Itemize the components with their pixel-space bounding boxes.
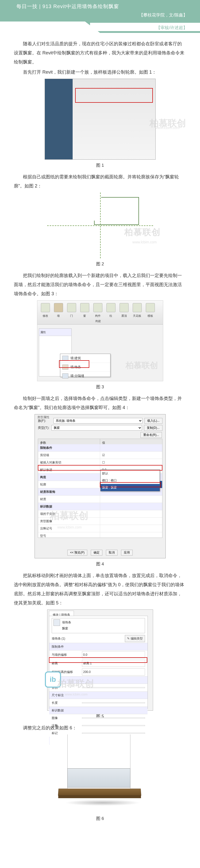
param-name: 与墙的偏移 [52, 652, 79, 658]
copy-button[interactable]: 复制(D)... [144, 425, 162, 431]
ribbon-window[interactable]: 窗 [79, 303, 91, 318]
instance-count: 墙饰条 (1) [52, 636, 79, 642]
figure-caption: 图 2 [14, 260, 186, 269]
ribbon-door[interactable]: 门 [66, 303, 78, 318]
ribbon-ceiling[interactable]: 天花板 [131, 303, 143, 318]
ribbon-modify[interactable]: 修改 [39, 303, 51, 318]
section-structure: 构造 [38, 474, 101, 481]
component-icon [93, 303, 103, 312]
watermark-text: 柏慕联创 [126, 357, 158, 373]
revit-new-family-dialog [45, 79, 156, 160]
watermark-url: www.lcbim.com [155, 124, 179, 131]
figure-3: 修改 墙 门 窗 构件 柱 屋顶 天花板 楼板 构建 属性 墙:建筑 墙:饰条 … [14, 300, 186, 381]
ribbon-floor[interactable]: 楼板 [144, 303, 156, 318]
ribbon-component[interactable]: 构件 [92, 303, 104, 318]
param-name: 型号 [38, 532, 101, 538]
ribbon-column[interactable]: 柱 [105, 303, 117, 318]
section-identity: 标识数据 [49, 707, 148, 714]
window-icon [80, 303, 89, 312]
ribbon-label: 构件 [95, 314, 101, 317]
param-name: 长度 [52, 700, 79, 706]
ribbon-label: 窗 [83, 314, 86, 317]
wall-reveal-icon [62, 373, 68, 378]
dropdown-option[interactable]: 默认 [101, 470, 160, 477]
dialog-footer: << 预览(P) 确定 取消 应用 [35, 550, 165, 556]
bay-window-sill-face [58, 795, 141, 798]
section-constraints: 限制条件 [38, 444, 101, 451]
highlight-box [59, 360, 89, 368]
article-header: 每日一技 | 913 Revit中运用墙饰条绘制飘窗 【攀枝花学院，文/陈鑫】 … [0, 0, 200, 33]
watermark-text: 柏慕联创 [124, 223, 161, 241]
param-value[interactable] [82, 717, 145, 718]
ribbon-roof[interactable]: 屋顶 [118, 303, 130, 318]
section-constraints: 限制条件 [49, 643, 148, 650]
article-body: 随着人们对生活品质的提升，现在的住宅小区的装修过程都会在卧室或者客厅的设置飘窗。… [0, 33, 200, 836]
preview-button[interactable]: << 预览(P) [67, 550, 87, 556]
param-name: 注释 [52, 722, 79, 728]
paragraph: 把鼠标移动到刚才画好的墙体上面，单击放置墙饰条，放置完成后，取消命令，选中刚刚放… [14, 571, 186, 608]
dropdown-item[interactable]: 墙:分隔缝 [60, 372, 110, 380]
type-selector[interactable]: 墙饰条 飘窗 [52, 618, 145, 633]
dropdown-label: 墙:分隔缝 [70, 373, 84, 379]
watermark-url: www.lcbim.com [65, 691, 88, 698]
apply-button[interactable]: 应用 [121, 550, 133, 556]
paragraph: 绘制好一面墙之后，选择墙饰条命令，点击编辑类型，新建一个墙饰条类型，并命名为“飘… [14, 394, 186, 412]
param-name: 剪切墙 [38, 452, 101, 459]
param-value[interactable] [100, 496, 162, 503]
revit-ribbon-screenshot: 修改 墙 门 窗 构件 柱 屋顶 天花板 楼板 构建 属性 墙:建筑 墙:饰条 … [37, 300, 163, 381]
watermark-text: 柏慕联创 [50, 506, 88, 525]
type-properties-dialog: 类型属性 族(F): 系统族: 墙饰条 载入(L)... 类型(T): 飘窗 复… [35, 414, 166, 558]
wall-icon [54, 303, 63, 312]
ribbon-group-label: 构建 [95, 318, 101, 324]
roof-icon [120, 303, 129, 312]
param-value[interactable] [82, 733, 145, 734]
watermark-url: www.lcbim.com [132, 239, 157, 246]
cancel-button[interactable]: 取消 [106, 550, 118, 556]
ribbon-label: 墙 [57, 314, 60, 317]
figure-2: 柏慕联创 www.lcbim.com [14, 192, 186, 258]
ribbon-label: 屋顶 [121, 314, 127, 317]
highlight-box [100, 482, 161, 487]
param-name: 材质 [38, 496, 101, 503]
ribbon-wall[interactable]: 墙 [52, 303, 65, 318]
paragraph: 首先打开 Revit，我们新建一个族，族样板选择公制轮廓。如图 1： [14, 67, 186, 76]
param-value[interactable]: ☑ [100, 452, 162, 459]
figure-caption: 图 4 [14, 560, 186, 568]
ribbon-label: 天花板 [133, 314, 141, 317]
edit-type-button[interactable]: ✎ 编辑类型 [125, 635, 145, 642]
type-label: 类型(T): [38, 425, 49, 431]
article-title: 每日一技 | 913 Revit中运用墙饰条绘制飘窗 [16, 3, 119, 10]
ok-button[interactable]: 确定 [91, 550, 103, 556]
figure-4: 类型属性 族(F): 系统族: 墙饰条 载入(L)... 类型(T): 飘窗 复… [14, 414, 186, 558]
bay-window-result [50, 735, 151, 813]
load-button[interactable]: 载入(L)... [145, 418, 162, 424]
figure-caption: 图 1 [14, 161, 186, 170]
family-label: 族(F): [38, 417, 51, 424]
properties-header: 属性 [39, 329, 71, 336]
paragraph: 根据自己或图纸的需要来绘制我们飘窗的截面轮廓。并将轮廓族保存为“飘窗轮廓”。如图… [14, 172, 186, 190]
ribbon-bar: 修改 墙 门 窗 构件 柱 屋顶 天花板 楼板 构建 [37, 301, 163, 324]
profile-sketch: 柏慕联创 www.lcbim.com [47, 192, 153, 258]
figure-caption: 图 3 [14, 383, 186, 391]
family-name: 墙饰条 [62, 619, 71, 625]
rename-button[interactable]: 重命名(R)... [141, 432, 162, 438]
figure-1: 柏慕联创 www.lcbim.com [14, 79, 186, 160]
profile-dropdown: 默认 檐口 : 檐口 飘窗 : 飘窗 [101, 469, 160, 491]
param-value[interactable] [82, 725, 145, 726]
wall-sweep-icon [53, 619, 60, 626]
type-select[interactable]: 飘窗 [51, 425, 142, 431]
bay-window-profile [101, 197, 139, 225]
family-select[interactable]: 系统族: 墙饰条 [53, 418, 143, 424]
article-byline: 【攀枝花学院，文/陈鑫】 [139, 12, 187, 18]
type-name: 飘窗 [62, 625, 71, 631]
edit-icon: ✎ [127, 636, 130, 642]
door-icon [67, 303, 76, 312]
ribbon-label: 修改 [43, 314, 48, 317]
column-icon [107, 303, 116, 312]
param-value[interactable] [82, 702, 145, 703]
modify-icon [41, 303, 50, 312]
floor-icon [146, 303, 155, 312]
figure-5: 修改 | 墙饰条 墙饰条 飘窗 墙饰条 (1) ✎ 编辑类型 [14, 610, 186, 711]
highlight-box [49, 657, 147, 663]
ribbon-label: 楼板 [148, 314, 153, 317]
